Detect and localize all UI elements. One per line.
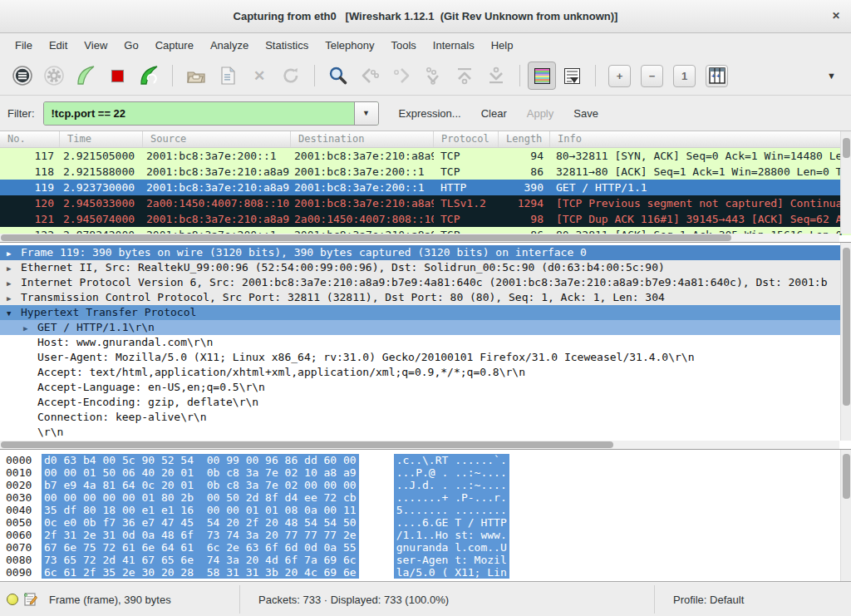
go-forward-button[interactable] bbox=[388, 62, 415, 90]
resize-columns-button[interactable]: + + bbox=[706, 65, 728, 87]
expand-arrow-icon[interactable]: ▶ bbox=[7, 291, 21, 305]
scrollbar-thumb[interactable] bbox=[1, 234, 731, 241]
hex-row[interactable]: 0000d0 63 b4 00 5c 90 52 54 00 99 00 96 … bbox=[0, 454, 851, 466]
hex-row[interactable]: 00602f 31 2e 31 0d 0a 48 6f 73 74 3a 20 … bbox=[0, 529, 851, 541]
title-bar: Capturing from eth0 [Wireshark 1.12.1 (G… bbox=[0, 0, 851, 33]
expand-arrow-icon[interactable]: ▶ bbox=[7, 246, 21, 260]
filter-history-dropdown[interactable]: ▼ bbox=[354, 102, 378, 125]
column-header-info[interactable]: Info bbox=[550, 131, 851, 147]
stop-capture-button[interactable] bbox=[104, 62, 130, 90]
menu-telephony[interactable]: Telephony bbox=[317, 35, 382, 56]
status-packet-counts: Packets: 733 · Displayed: 733 (100.0%) bbox=[240, 582, 654, 616]
hex-dump-pane: 0000d0 63 b4 00 5c 90 52 54 00 99 00 96 … bbox=[0, 450, 851, 582]
capture-comment-icon[interactable] bbox=[22, 592, 37, 607]
hex-row[interactable]: 007067 6e 75 72 61 6e 64 61 6c 2e 63 6f … bbox=[0, 541, 851, 554]
menu-view[interactable]: View bbox=[76, 35, 116, 56]
packet-row-120[interactable]: 120 2.945033000 2a00:1450:4007:808::10 2… bbox=[0, 195, 851, 211]
column-header-time[interactable]: Time bbox=[60, 131, 143, 147]
hex-row[interactable]: 004035 df 80 18 00 e1 e1 16 00 00 01 01 … bbox=[0, 504, 851, 516]
detail-row-http[interactable]: ▼Hypertext Transfer Protocol bbox=[0, 305, 851, 320]
scrollbar-thumb[interactable] bbox=[1, 441, 613, 448]
hex-row[interactable]: 001000 00 01 50 06 40 20 01 0b c8 3a 7e … bbox=[0, 466, 851, 479]
go-last-button[interactable] bbox=[483, 62, 509, 90]
scrollbar-thumb[interactable] bbox=[843, 138, 850, 158]
open-file-button[interactable] bbox=[183, 62, 209, 90]
detail-row-ethernet[interactable]: ▶Ethernet II, Src: RealtekU_99:00:96 (52… bbox=[0, 260, 851, 275]
hex-row[interactable]: 003000 00 00 00 00 01 80 2b 00 50 2d 8f … bbox=[0, 491, 851, 504]
scrollbar-thumb[interactable] bbox=[843, 454, 850, 499]
find-magnifier-icon bbox=[327, 65, 349, 86]
svg-text:+: + bbox=[716, 72, 721, 80]
detail-row-tcp[interactable]: ▶Transmission Control Protocol, Src Port… bbox=[0, 290, 851, 305]
clear-button[interactable]: Clear bbox=[481, 107, 507, 120]
detail-row-host[interactable]: Host: www.gnurandal.com\r\n bbox=[0, 335, 851, 350]
expert-info-icon[interactable] bbox=[7, 594, 18, 605]
detail-row-accept[interactable]: Accept: text/html,application/xhtml+xml,… bbox=[0, 365, 851, 380]
status-profile[interactable]: Profile: Default bbox=[655, 582, 851, 616]
zoom-out-button[interactable]: − bbox=[641, 65, 663, 87]
expand-arrow-icon[interactable]: ▶ bbox=[7, 276, 21, 290]
packet-row-119-selected[interactable]: 119 2.923730000 2001:bc8:3a7e:210:a8a9 2… bbox=[0, 180, 851, 195]
detail-row-accept-language[interactable]: Accept-Language: en-US,en;q=0.5\r\n bbox=[0, 380, 851, 395]
close-window-button[interactable]: ✕ bbox=[832, 10, 840, 22]
apply-button[interactable]: Apply bbox=[527, 107, 554, 120]
go-to-packet-button[interactable] bbox=[420, 62, 446, 90]
hex-row[interactable]: 008073 65 72 2d 41 67 65 6e 74 3a 20 4d … bbox=[0, 554, 851, 566]
packet-row-118[interactable]: 118 2.921588000 2001:bc8:3a7e:210:a8a9 2… bbox=[0, 164, 851, 180]
menu-go[interactable]: Go bbox=[116, 35, 146, 56]
packet-row-117[interactable]: 117 2.921505000 2001:bc8:3a7e:200::1 200… bbox=[0, 148, 851, 164]
menu-edit[interactable]: Edit bbox=[41, 35, 76, 56]
go-first-button[interactable] bbox=[451, 62, 478, 90]
detail-row-user-agent[interactable]: User-Agent: Mozilla/5.0 (X11; Linux x86_… bbox=[0, 350, 851, 365]
detail-row-crlf[interactable]: \r\n bbox=[0, 425, 851, 440]
detail-row-frame[interactable]: ▶Frame 119: 390 bytes on wire (3120 bits… bbox=[0, 245, 851, 260]
detail-row-get-request[interactable]: ▶GET / HTTP/1.1\r\n bbox=[0, 320, 851, 335]
packet-list-horizontal-scrollbar[interactable] bbox=[0, 234, 839, 242]
filter-input[interactable] bbox=[44, 102, 354, 125]
packet-row-121[interactable]: 121 2.945074000 2001:bc8:3a7e:210:a8a9 2… bbox=[0, 211, 851, 227]
menu-tools[interactable]: Tools bbox=[382, 35, 424, 56]
details-horizontal-scrollbar[interactable] bbox=[0, 441, 839, 449]
hex-vertical-scrollbar[interactable] bbox=[840, 450, 851, 581]
list-interfaces-button[interactable] bbox=[9, 62, 36, 90]
menu-internals[interactable]: Internals bbox=[425, 35, 483, 56]
scrollbar-thumb[interactable] bbox=[843, 248, 850, 406]
detail-row-accept-encoding[interactable]: Accept-Encoding: gzip, deflate\r\n bbox=[0, 395, 851, 410]
start-capture-button[interactable] bbox=[72, 62, 99, 90]
column-header-source[interactable]: Source bbox=[143, 131, 291, 147]
colorize-packets-button[interactable] bbox=[528, 62, 556, 90]
auto-scroll-button[interactable] bbox=[558, 62, 585, 90]
column-header-destination[interactable]: Destination bbox=[291, 131, 434, 147]
save-button[interactable]: Save bbox=[573, 107, 598, 120]
toolbar-overflow-button[interactable]: ▼ bbox=[827, 71, 836, 81]
hex-row[interactable]: 00500c e0 0b f7 36 e7 47 45 54 20 2f 20 … bbox=[0, 516, 851, 529]
restart-capture-button[interactable] bbox=[135, 62, 162, 90]
find-packet-button[interactable] bbox=[325, 62, 352, 90]
go-back-button[interactable] bbox=[357, 62, 383, 90]
zoom-100-button[interactable]: 1 bbox=[673, 65, 696, 87]
save-file-button[interactable] bbox=[214, 62, 241, 90]
column-header-protocol[interactable]: Protocol bbox=[434, 131, 499, 147]
expression-button[interactable]: Expression... bbox=[399, 107, 461, 120]
menu-statistics[interactable]: Statistics bbox=[257, 35, 317, 56]
menu-capture[interactable]: Capture bbox=[147, 35, 202, 56]
close-file-button[interactable]: ✕ bbox=[246, 62, 273, 90]
reload-file-button[interactable] bbox=[278, 62, 304, 90]
column-header-no[interactable]: No. bbox=[0, 131, 60, 147]
zoom-100-icon: 1 bbox=[681, 70, 687, 82]
hex-row[interactable]: 0020b7 e9 4a 81 64 0c 20 01 0b c8 3a 7e … bbox=[0, 479, 851, 491]
expand-arrow-icon[interactable]: ▶ bbox=[23, 321, 37, 335]
details-vertical-scrollbar[interactable] bbox=[840, 243, 851, 441]
menu-analyze[interactable]: Analyze bbox=[202, 35, 257, 56]
column-header-length[interactable]: Length bbox=[499, 131, 550, 147]
hex-row[interactable]: 00906c 61 2f 35 2e 30 20 28 58 31 31 3b … bbox=[0, 566, 851, 579]
zoom-in-button[interactable]: + bbox=[608, 65, 631, 87]
menu-file[interactable]: File bbox=[7, 35, 41, 56]
expand-arrow-icon[interactable]: ▶ bbox=[7, 261, 21, 275]
detail-row-connection[interactable]: Connection: keep-alive\r\n bbox=[0, 410, 851, 425]
packet-list-vertical-scrollbar[interactable] bbox=[840, 131, 851, 234]
collapse-arrow-icon[interactable]: ▼ bbox=[7, 306, 21, 320]
detail-row-ipv6[interactable]: ▶Internet Protocol Version 6, Src: 2001:… bbox=[0, 275, 851, 290]
capture-options-button[interactable] bbox=[41, 62, 67, 90]
menu-help[interactable]: Help bbox=[483, 35, 522, 56]
